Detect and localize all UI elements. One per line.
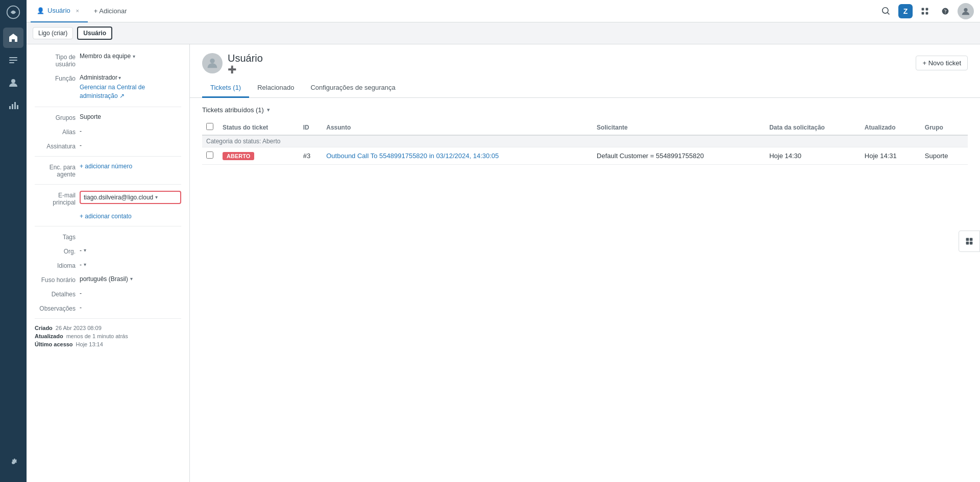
user-icon-row: ➕	[228, 65, 263, 73]
fuso-value[interactable]: português (Brasil) ▾	[80, 275, 181, 283]
grid-icon-button[interactable]	[917, 3, 933, 19]
org-chevron: ▾	[84, 247, 86, 253]
fuso-chevron: ▾	[130, 276, 133, 282]
sidebar-item-tickets[interactable]	[3, 50, 23, 70]
svg-point-14	[210, 58, 214, 63]
sidebar-item-home[interactable]	[3, 28, 23, 48]
funcao-value: Administrador ▾ Gerenciar na Central dea…	[80, 74, 181, 100]
add-number-link[interactable]: + adicionar número	[80, 163, 132, 170]
detalhes-label: Detalhes	[35, 290, 76, 298]
enc-agente-row: Enc. paraagente + adicionar número	[35, 163, 181, 178]
sidebar-item-settings[interactable]	[3, 452, 23, 473]
select-all-checkbox[interactable]	[206, 123, 213, 130]
help-icon-button[interactable]	[937, 3, 953, 19]
left-panel: Tipo deusuário Membro da equipe ▾ Função…	[27, 44, 190, 482]
email-chevron: ▾	[155, 194, 177, 200]
user-name-block: Usuário ➕	[228, 53, 263, 73]
detalhes-text: -	[80, 290, 82, 297]
alias-row: Alias -	[35, 128, 181, 136]
app-wrapper: 👤 Usuário × + Adicionar Z	[0, 0, 980, 482]
grupos-label: Grupos	[35, 113, 76, 121]
th-atualizado: Atualizado	[861, 120, 921, 135]
row-checkbox-cell	[202, 147, 218, 165]
org-label: Org.	[35, 247, 76, 255]
email-label: E-mailprincipal	[35, 191, 76, 206]
alias-value: -	[80, 128, 181, 135]
svg-rect-7	[14, 102, 16, 109]
tipo-usuario-value[interactable]: Membro da equipe ▾	[80, 53, 181, 60]
atualizado-value: menos de 1 minuto atrás	[66, 333, 128, 339]
sidebar-item-reports[interactable]	[3, 95, 23, 115]
add-contact-row: + adicionar contato	[80, 212, 181, 220]
ticket-subject-link[interactable]: Outbound Call To 5548991755820 in 03/12/…	[326, 152, 499, 160]
manage-admin-link[interactable]: Gerenciar na Central deadministração ↗	[80, 83, 145, 100]
user-avatar-top[interactable]	[958, 3, 974, 19]
tab-usuario[interactable]: 👤 Usuário ×	[31, 0, 88, 22]
row-assunto: Outbound Call To 5548991755820 in 03/12/…	[322, 147, 593, 165]
assinatura-text: -	[80, 142, 82, 149]
user-avatar	[202, 53, 223, 73]
tab-tickets[interactable]: Tickets (1)	[202, 80, 249, 98]
new-ticket-button[interactable]: + Novo ticket	[916, 56, 968, 70]
grupos-value: Suporte	[80, 113, 181, 120]
th-assunto: Assunto	[322, 120, 593, 135]
tab-relacionado[interactable]: Relacionado	[249, 80, 302, 98]
user-name: Usuário	[228, 53, 263, 64]
org-value[interactable]: - ▾	[80, 247, 181, 254]
grupos-text: Suporte	[80, 113, 101, 120]
th-checkbox	[202, 120, 218, 135]
tags-row: Tags	[35, 233, 181, 241]
idioma-chevron: ▾	[84, 262, 86, 267]
idioma-value[interactable]: - ▾	[80, 261, 181, 268]
add-contact-link[interactable]: + adicionar contato	[80, 213, 132, 220]
funcao-label: Função	[35, 74, 76, 82]
funcao-chevron: ▾	[118, 75, 121, 81]
svg-rect-16	[970, 238, 973, 241]
tabs-bar: 👤 Usuário × + Adicionar	[27, 0, 872, 22]
tags-label: Tags	[35, 233, 76, 241]
svg-rect-9	[922, 8, 924, 10]
svg-rect-12	[926, 12, 928, 14]
search-icon-button[interactable]	[878, 3, 894, 19]
ultimo-acesso-value: Hoje 13:14	[76, 341, 103, 347]
tipo-usuario-label: Tipo deusuário	[35, 53, 76, 68]
top-bar: 👤 Usuário × + Adicionar Z	[27, 0, 980, 22]
funcao-row: Função Administrador ▾ Gerenciar na Cent…	[35, 74, 181, 100]
row-id: #3	[299, 147, 323, 165]
category-label: Categoria do status: Aberto	[202, 135, 968, 147]
row-checkbox[interactable]	[206, 151, 213, 159]
svg-rect-18	[970, 241, 973, 244]
atualizado-row: Atualizado menos de 1 minuto atrás	[35, 333, 181, 339]
enc-agente-value: + adicionar número	[80, 163, 181, 170]
svg-rect-15	[966, 238, 969, 241]
nav-bottom	[3, 451, 23, 478]
svg-point-4	[11, 79, 15, 83]
tab-close-button[interactable]: ×	[74, 7, 82, 15]
alias-label: Alias	[35, 128, 76, 136]
assinatura-row: Assinatura -	[35, 142, 181, 150]
funcao-dropdown[interactable]: Administrador ▾	[80, 74, 121, 81]
tickets-header-label: Tickets atribuídos (1)	[202, 106, 264, 114]
tab-add-button[interactable]: + Adicionar	[88, 0, 133, 22]
enc-agente-label: Enc. paraagente	[35, 163, 76, 178]
fab-item-1[interactable]	[961, 233, 977, 249]
user-add-icon[interactable]: ➕	[228, 65, 236, 73]
panel-tabs: Tickets (1) Relacionado Configurações de…	[190, 73, 980, 98]
tickets-header[interactable]: Tickets atribuídos (1) ▾	[202, 106, 968, 114]
svg-rect-2	[9, 60, 17, 61]
alias-text: -	[80, 128, 82, 135]
ligo-criar-button[interactable]: Ligo (criar)	[33, 27, 73, 39]
row-status: Aberto	[218, 147, 299, 165]
tab-seguranca[interactable]: Configurações de segurança	[302, 80, 403, 98]
status-badge-open: Aberto	[223, 152, 254, 160]
sidebar-item-contacts[interactable]	[3, 72, 23, 93]
app-switcher-icon[interactable]: Z	[898, 4, 913, 18]
svg-rect-1	[9, 57, 17, 58]
email-field-wrapper[interactable]: tiago.dsilveira@ligo.cloud ▾	[80, 191, 181, 204]
tipo-usuario-text: Membro da equipe	[80, 53, 131, 60]
idioma-row: Idioma - ▾	[35, 261, 181, 269]
subnav-bar: Ligo (criar) Usuário	[27, 22, 980, 44]
usuario-button[interactable]: Usuário	[77, 27, 112, 40]
svg-rect-17	[966, 241, 969, 244]
app-logo[interactable]	[5, 4, 21, 20]
